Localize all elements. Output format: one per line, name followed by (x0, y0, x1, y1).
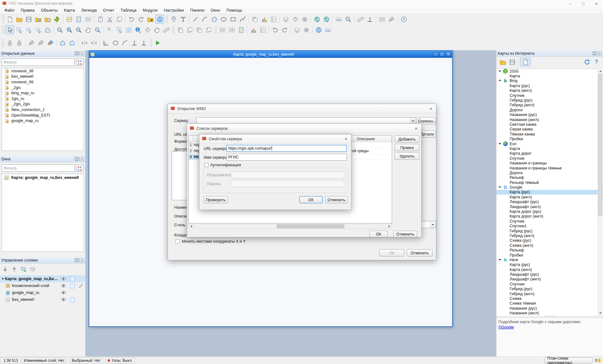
layer-check-icon[interactable] (28, 265, 37, 273)
visibility-eye-icon[interactable] (61, 297, 66, 302)
layer-row[interactable]: google_map_ru (0, 289, 86, 296)
copyright-link[interactable]: ©Google (498, 325, 514, 329)
select-icon[interactable] (5, 25, 14, 34)
new-table-icon[interactable] (84, 15, 92, 24)
tree-item[interactable]: Спутник (496, 156, 603, 161)
scale-indicator[interactable]: 1:38 513 (1, 357, 21, 363)
tree-item[interactable]: Гибрид (рус) (496, 287, 603, 291)
toolbar-grip[interactable] (172, 26, 174, 34)
tree-item[interactable]: Схема тёмная (496, 301, 603, 306)
scrollbar-thumb[interactable] (598, 74, 602, 216)
dialog-close-icon[interactable] (413, 126, 419, 131)
toolbar-grip[interactable] (2, 15, 4, 23)
layer-down-icon[interactable] (1, 265, 9, 273)
tree-item[interactable]: Карта (рус) (496, 262, 603, 267)
previous-view-icon[interactable] (271, 25, 279, 34)
tree-item[interactable]: Ландшафт (рус) (496, 272, 603, 277)
windows-filter-input[interactable] (2, 164, 75, 172)
snap-mode-icon[interactable] (365, 15, 374, 24)
list-item[interactable]: OpenStreetMap_ESTI (2, 113, 84, 118)
open-workspace-icon[interactable] (34, 15, 42, 24)
tree-item[interactable]: Карта (рус) (496, 83, 603, 88)
select-rectangle-icon[interactable] (15, 25, 24, 34)
cancel-button[interactable]: Отменить (393, 231, 417, 237)
tree-item[interactable]: Гибрид (англ) (496, 103, 603, 108)
ok-button[interactable]: ОК (299, 196, 323, 203)
tree-item[interactable]: Рельеф (496, 175, 603, 180)
scroll-down-icon[interactable] (598, 311, 603, 316)
tree-item[interactable]: Названия (англ) (496, 117, 603, 122)
add-button[interactable]: Добавить (395, 135, 419, 143)
nodes-indicator[interactable]: Узлы: Выкл. (106, 357, 135, 363)
server-list-titlebar[interactable]: Список серверов (187, 124, 421, 133)
layer-properties-icon[interactable] (292, 25, 301, 34)
add-layer-icon[interactable] (19, 265, 28, 273)
open-icon[interactable] (15, 15, 24, 24)
select-boundary-icon[interactable] (43, 25, 52, 34)
menu-item[interactable]: Таблица (117, 7, 140, 13)
maximize-icon[interactable] (577, 0, 590, 7)
scrollbar-thumb[interactable] (277, 224, 344, 228)
menu-item[interactable]: Файл (1, 7, 18, 13)
sort-az-icon[interactable] (76, 58, 84, 66)
web-maps-icon[interactable] (155, 15, 164, 24)
tree-item[interactable]: Ландшафт (рус) (496, 200, 603, 204)
new-document-icon[interactable] (5, 15, 14, 24)
map-maximize-icon[interactable] (439, 52, 445, 57)
list-item[interactable]: rosreestr_38 (2, 68, 84, 74)
menu-item[interactable]: Помощь (223, 7, 245, 13)
tree-item[interactable]: Ландшафт (англ) (496, 204, 603, 209)
tree-item[interactable]: Карта (496, 74, 603, 78)
chevron-down-icon[interactable] (410, 118, 416, 124)
tree-item[interactable]: Гибрид (англ) (496, 233, 603, 238)
toolbar-grip[interactable] (149, 39, 152, 47)
menu-item[interactable]: Легенда (78, 7, 100, 13)
arrange-windows-icon[interactable] (195, 25, 203, 34)
raster-settings-icon[interactable] (378, 15, 386, 24)
tree-item[interactable]: Пробки (496, 253, 603, 257)
delete-button[interactable]: Удалить (395, 152, 419, 160)
server-name-input[interactable]: РГИС (226, 154, 347, 161)
tree-item[interactable]: Карта (англ) (496, 88, 603, 93)
pick-style-icon[interactable] (27, 38, 36, 47)
toolbar-grip[interactable] (214, 26, 217, 34)
clear-selection-icon[interactable] (105, 25, 114, 34)
tree-item[interactable]: G Google (496, 185, 603, 190)
tree-item[interactable]: Карта дорог (англ) (496, 214, 603, 219)
panel-close-icon[interactable] (597, 51, 602, 55)
window-legend-icon[interactable] (258, 25, 267, 34)
new-chart-icon[interactable] (260, 15, 268, 24)
editable-checkbox[interactable] (70, 284, 75, 288)
map-window-titlebar[interactable]: Карта: google_map_ru,Без_имени0 (89, 51, 452, 58)
draw-polygon-icon[interactable] (210, 15, 219, 24)
ok-button[interactable]: ОК (379, 249, 404, 256)
select-all-icon[interactable] (124, 25, 133, 34)
visibility-eye-icon[interactable] (61, 290, 66, 295)
tree-item[interactable]: b Bing (496, 79, 603, 83)
tree-item[interactable]: Тёмная канва (496, 132, 603, 136)
panel-float-icon[interactable] (75, 157, 79, 161)
search-icon[interactable] (344, 15, 352, 24)
tree-item[interactable]: Пробки (496, 136, 603, 141)
tile-windows-icon[interactable] (176, 25, 185, 34)
expander-icon[interactable] (1, 277, 5, 280)
label-tool-icon[interactable] (143, 25, 152, 34)
draw-polyline-icon[interactable] (238, 15, 247, 24)
list-item[interactable]: 2gis_ru (2, 96, 84, 102)
panel-float-icon[interactable] (592, 51, 597, 55)
dialog-close-icon[interactable] (428, 106, 434, 111)
tree-item[interactable]: Названия (рус) (496, 306, 603, 311)
new-report-icon[interactable] (74, 15, 83, 24)
scroll-left-icon[interactable] (189, 224, 194, 229)
authentication-checkbox[interactable] (204, 163, 208, 167)
menu-item[interactable]: Правка (18, 7, 38, 13)
angle-tool-icon[interactable] (102, 38, 110, 47)
minimize-icon[interactable] (563, 0, 577, 7)
splitter-handle[interactable] (544, 316, 556, 317)
expander-icon[interactable] (498, 186, 502, 189)
zoom-out-icon[interactable] (74, 25, 83, 34)
tree-item[interactable]: Названия (рус) (496, 113, 603, 117)
window-chart-icon[interactable] (249, 25, 258, 34)
horizontal-scrollbar[interactable] (188, 224, 392, 229)
tree-item[interactable]: Дороги (496, 170, 603, 175)
